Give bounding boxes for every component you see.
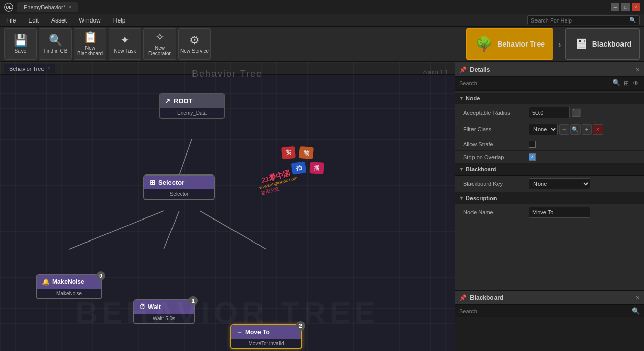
bb-panel-close[interactable]: × bbox=[636, 294, 640, 302]
canvas-title: Behavior Tree bbox=[192, 69, 263, 79]
stop-on-overlap-checkbox[interactable]: ✓ bbox=[529, 153, 536, 161]
description-section-arrow: ▼ bbox=[459, 195, 464, 201]
view-icons: 🔍 ⊞ 👁 bbox=[612, 79, 640, 88]
grid-view-icon[interactable]: ⊞ bbox=[622, 79, 630, 88]
filter-class-add-icon[interactable]: + bbox=[582, 124, 592, 135]
menubar: File Edit Asset Window Help 🔍 bbox=[0, 14, 644, 27]
behavior-tree-label: Behavior Tree bbox=[497, 40, 545, 48]
new-decorator-button[interactable]: ✧ New Decorator bbox=[143, 28, 176, 60]
filter-class-wrap: None ← 🔍 + × bbox=[529, 124, 640, 135]
menu-asset[interactable]: Asset bbox=[49, 16, 69, 25]
filter-class-remove-icon[interactable]: × bbox=[593, 124, 603, 135]
makenoise-badge: 0 bbox=[96, 271, 105, 280]
details-header: 📌 Details × bbox=[455, 62, 644, 77]
menu-window[interactable]: Window bbox=[77, 16, 103, 25]
acceptable-radius-input[interactable] bbox=[529, 107, 570, 118]
close-button[interactable]: × bbox=[632, 3, 640, 11]
menu-help[interactable]: Help bbox=[111, 16, 128, 25]
wait-label: Wait bbox=[148, 303, 161, 311]
eye-icon[interactable]: 👁 bbox=[632, 79, 640, 88]
filter-class-row: Filter Class None ← 🔍 + × bbox=[455, 121, 644, 138]
allow-strafe-label: Allow Strafe bbox=[463, 141, 525, 147]
moveto-header: → Move To bbox=[231, 325, 301, 339]
menu-edit[interactable]: Edit bbox=[26, 16, 41, 25]
makenoise-icon: 🔔 bbox=[42, 278, 50, 286]
moveto-body: MoveTo: invalid bbox=[231, 339, 301, 348]
root-node[interactable]: ↗ ROOT Enemy_Data bbox=[159, 93, 225, 119]
stop-on-overlap-value: ✓ bbox=[529, 153, 640, 161]
service-icon: ⚙ bbox=[189, 35, 200, 46]
node-name-row: Node Name bbox=[455, 204, 644, 221]
filter-class-select[interactable]: None bbox=[529, 124, 558, 135]
wait-header: ⏱ Wait bbox=[134, 300, 194, 314]
new-blackboard-button[interactable]: 📋 New Blackboard bbox=[74, 28, 106, 60]
stop-on-overlap-label: Stop on Overlap bbox=[463, 154, 525, 160]
filter-class-value: None ← 🔍 + × bbox=[529, 124, 640, 135]
wait-node[interactable]: 1 ⏱ Wait Wait: 5.0s bbox=[133, 299, 195, 324]
behavior-tree-icon: 🌳 bbox=[475, 36, 493, 53]
new-task-label: New Task bbox=[114, 48, 136, 54]
editor-tab[interactable]: EnemyBehavior* × bbox=[17, 2, 78, 12]
makenoise-body: MakeNoise bbox=[37, 289, 101, 298]
bb-search: 🔍 bbox=[455, 305, 644, 317]
root-sub: Enemy_Data bbox=[177, 110, 207, 116]
filter-class-search-icon[interactable]: 🔍 bbox=[570, 124, 581, 135]
selector-node-body: Selector bbox=[144, 189, 214, 199]
main-area: Behavior Tree × Behavior Tree Zoom 1:1 ↗… bbox=[0, 62, 644, 351]
blackboard-button[interactable]: 🖥 Blackboard bbox=[565, 28, 640, 60]
decorator-icon: ✧ bbox=[155, 32, 164, 43]
behavior-tree-button[interactable]: 🌳 Behavior Tree bbox=[466, 28, 553, 60]
blackboard-label: Blackboard bbox=[592, 40, 631, 48]
bb-search-icon: 🔍 bbox=[632, 307, 640, 315]
description-section-label: Description bbox=[466, 195, 497, 201]
find-in-cb-button[interactable]: 🔍 Find in CB bbox=[39, 28, 72, 60]
maximize-button[interactable]: □ bbox=[621, 3, 630, 11]
bb-search-input[interactable] bbox=[459, 308, 629, 314]
selector-sub: Selector bbox=[170, 191, 189, 197]
canvas-area[interactable]: Behavior Tree × Behavior Tree Zoom 1:1 ↗… bbox=[0, 62, 455, 351]
minimize-button[interactable]: ─ bbox=[611, 3, 619, 11]
details-panel: 📌 Details × 🔍 ⊞ 👁 ▼ Node A bbox=[455, 62, 644, 290]
blackboard-section-header[interactable]: ▼ Blackboard bbox=[455, 164, 644, 175]
makenoise-label: MakeNoise bbox=[52, 278, 84, 286]
node-section-arrow: ▼ bbox=[459, 96, 464, 101]
acceptable-radius-value: ⬛ bbox=[529, 107, 640, 118]
node-name-input[interactable] bbox=[529, 207, 590, 218]
node-section-header[interactable]: ▼ Node bbox=[455, 93, 644, 104]
save-button[interactable]: 💾 Save bbox=[4, 28, 37, 60]
selector-node[interactable]: ⊞ Selector Selector bbox=[143, 174, 215, 200]
details-title: Details bbox=[470, 66, 633, 73]
tab-area: EnemyBehavior* × bbox=[17, 2, 611, 12]
right-toolbar: 🌳 Behavior Tree › 🖥 Blackboard bbox=[466, 28, 640, 60]
description-section-header[interactable]: ▼ Description bbox=[455, 192, 644, 204]
search-input[interactable] bbox=[531, 17, 629, 24]
bb-pin-icon: 📌 bbox=[459, 294, 467, 301]
node-name-label: Node Name bbox=[463, 209, 525, 215]
menu-file[interactable]: File bbox=[4, 16, 18, 25]
new-task-button[interactable]: ✦ New Task bbox=[109, 28, 141, 60]
search-bar: 🔍 bbox=[527, 15, 640, 25]
new-service-button[interactable]: ⚙ New Service bbox=[178, 28, 211, 60]
wait-sub: Wait: 5.0s bbox=[153, 316, 175, 321]
blackboard-key-select[interactable]: None bbox=[529, 178, 590, 189]
stop-on-overlap-row: Stop on Overlap ✓ bbox=[455, 151, 644, 164]
details-close[interactable]: × bbox=[636, 65, 640, 74]
moveto-badge: 2 bbox=[296, 321, 305, 331]
moveto-node[interactable]: 2 → Move To MoveTo: invalid bbox=[230, 324, 302, 349]
details-search: 🔍 ⊞ 👁 bbox=[455, 77, 644, 91]
makenoise-node[interactable]: 0 🔔 MakeNoise MakeNoise bbox=[36, 274, 102, 299]
check-mark-icon: ✓ bbox=[530, 155, 534, 160]
moveto-sub: MoveTo: invalid bbox=[249, 341, 284, 346]
filter-class-arrow-icon[interactable]: ← bbox=[559, 124, 569, 135]
titlebar: UE EnemyBehavior* × ─ □ × bbox=[0, 0, 644, 14]
allow-strafe-checkbox[interactable] bbox=[529, 141, 536, 148]
blackboard-btn-icon: 🖥 bbox=[574, 36, 588, 53]
blackboard-section-label: Blackboard bbox=[466, 166, 497, 172]
details-search-input[interactable] bbox=[459, 80, 609, 86]
allow-strafe-row: Allow Strafe bbox=[455, 138, 644, 151]
acceptable-radius-label: Acceptable Radius bbox=[463, 109, 525, 116]
editor-tab-close[interactable]: × bbox=[69, 4, 72, 10]
wait-body: Wait: 5.0s bbox=[134, 314, 194, 323]
blackboard-key-label: Blackboard Key bbox=[463, 181, 525, 187]
toolbar-separator: › bbox=[555, 38, 563, 50]
